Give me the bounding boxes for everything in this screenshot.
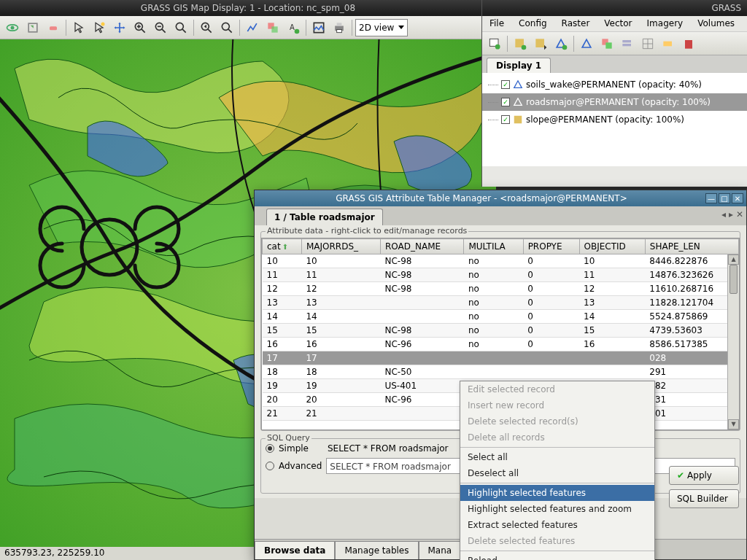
pan-icon[interactable] [110,18,129,37]
add-group-icon[interactable] [618,34,637,53]
table-cell: 14876.323626 [645,268,738,282]
layer-row-soils[interactable]: ✓ soils_wake@PERMANENT (opacity: 40%) [482,76,747,93]
zoom-extent-icon[interactable] [171,18,190,37]
context-menu-item[interactable]: Reload [460,553,654,560]
table-cell: 11 [301,268,380,282]
table-row[interactable]: 1717028 [263,351,739,365]
tab-prev-icon[interactable]: ◂ [721,209,726,219]
apply-button[interactable]: ✔Apply [669,466,739,485]
scroll-up-icon[interactable]: ▲ [728,254,739,265]
table-row[interactable]: 1414no0145524.875869 [263,310,739,324]
add-labels-icon[interactable] [659,34,678,53]
menu-raster[interactable]: Raster [554,16,597,31]
redraw-icon[interactable] [23,18,42,37]
table-row[interactable]: 1515NC-98no0154739.53603 [263,324,739,338]
analyze-icon[interactable] [243,18,262,37]
checkbox-icon[interactable]: ✓ [501,80,510,89]
zoom-menu-icon[interactable] [217,18,236,37]
render-icon[interactable] [3,18,22,37]
manage-tables-tab[interactable]: Manage tables [335,541,418,559]
add-vector-icon[interactable] [551,34,570,53]
browse-data-tab[interactable]: Browse data [255,541,335,559]
attribute-table-titlebar[interactable]: GRASS GIS Attribute Table Manager - <roa… [255,190,746,206]
vertical-scrollbar[interactable]: ▲ ▼ [727,254,739,429]
layer-row-slope[interactable]: ✓ slope@PERMANENT (opacity: 100%) [482,111,747,128]
add-vector-misc-icon[interactable] [577,34,596,53]
table-cell: NC-98 [380,324,463,338]
menu-volumes[interactable]: Volumes [690,16,742,31]
table-cell: no [464,338,523,351]
table-cell: 0 [523,310,579,324]
context-menu-item: Insert new record [460,397,654,413]
view-mode-label: 2D view [359,23,394,33]
add-grid-icon[interactable] [638,34,657,53]
add-overlay-icon[interactable] [597,34,616,53]
column-header[interactable]: MULTILA [464,239,523,254]
minimize-icon[interactable]: — [705,193,717,203]
column-header[interactable]: MAJORRDS_ [301,239,380,254]
context-menu-item[interactable]: Select all [460,449,654,465]
context-menu-item[interactable]: Deselect all [460,465,654,481]
context-menu-item[interactable]: Highlight selected features [460,485,654,501]
sql-simple-label: Simple [279,443,309,454]
zoom-in-icon[interactable] [131,18,150,37]
table-cell: 5524.875869 [645,310,738,324]
context-menu-item[interactable]: Highlight selected features and zoom [460,501,654,517]
table-cell [380,310,463,324]
table-cell: 12 [263,282,302,296]
menu-imagery[interactable]: Imagery [640,16,691,31]
add-text-icon[interactable]: A [284,18,303,37]
save-image-icon[interactable] [309,18,328,37]
checkbox-icon[interactable]: ✓ [501,98,510,106]
column-header[interactable]: OBJECTID [579,239,645,254]
sql-builder-button[interactable]: SQL Builder [669,489,739,508]
sql-simple-radio[interactable] [266,444,274,453]
query-icon[interactable] [90,18,109,37]
context-menu-item[interactable]: Extract selected features [460,517,654,533]
scroll-down-icon[interactable]: ▼ [728,419,739,429]
sql-advanced-radio[interactable] [266,462,274,470]
zoom-last-icon[interactable] [197,18,216,37]
scrollbar-thumb[interactable] [729,265,738,294]
table-row[interactable]: 1212NC-98no01211610.268716 [263,282,739,296]
maximize-icon[interactable]: □ [719,193,730,203]
manage-layers-tab[interactable]: Mana [419,541,462,559]
table-row[interactable]: 1818NC-50291 [263,365,739,379]
table-row[interactable]: 1313no01311828.121704 [263,296,739,310]
sort-asc-icon: ⬆ [282,243,288,251]
table-cell: 11828.121704 [645,296,738,310]
add-raster-misc-icon[interactable] [531,34,550,53]
menu-separator [460,447,654,448]
new-display-icon[interactable] [485,34,504,53]
tab-next-icon[interactable]: ▸ [729,209,733,219]
svg-rect-17 [337,29,342,32]
table-row[interactable]: 1010NC-98no0108446.822876 [263,254,739,268]
column-header[interactable]: cat⬆ [263,239,302,254]
erase-icon[interactable] [44,18,63,37]
add-raster-icon[interactable] [511,34,530,53]
menu-file[interactable]: File [482,16,511,31]
table-tab[interactable]: 1 / Table roadsmajor [266,209,383,225]
display-tab[interactable]: Display 1 [487,58,551,73]
pointer-icon[interactable] [69,18,88,37]
menu-config[interactable]: Config [511,16,554,31]
table-cell: 11 [263,268,302,282]
table-row[interactable]: 1111NC-98no01114876.323626 [263,268,739,282]
tab-close-icon[interactable]: ✕ [736,209,743,219]
table-row[interactable]: 1616NC-96no0168586.517385 [263,338,739,351]
overlay-icon[interactable] [263,18,282,37]
table-cell [579,351,645,365]
column-header[interactable]: PROPYE [523,239,579,254]
remove-layer-icon[interactable] [679,34,698,53]
zoom-out-icon[interactable] [151,18,170,37]
table-cell: 21 [263,407,302,421]
print-icon[interactable] [330,18,349,37]
table-cell: 10 [301,254,380,268]
checkbox-icon[interactable]: ✓ [501,115,510,124]
layer-row-roads[interactable]: ✓ roadsmajor@PERMANENT (opacity: 100%) [482,93,747,111]
column-header[interactable]: ROAD_NAME [380,239,463,254]
close-icon[interactable]: ✕ [732,193,743,203]
column-header[interactable]: SHAPE_LEN [645,239,738,254]
view-mode-select[interactable]: 2D view [355,19,408,36]
menu-vector[interactable]: Vector [597,16,639,31]
